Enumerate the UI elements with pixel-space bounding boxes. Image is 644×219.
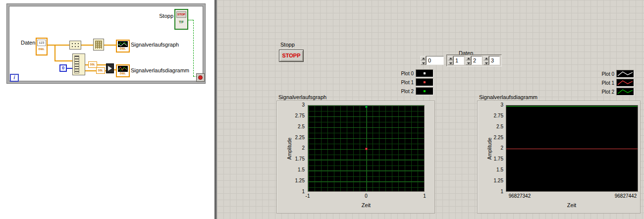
chart-y-tick: 1.75: [482, 157, 503, 162]
graph-y-tick: 1.75: [283, 157, 305, 162]
chart-x-axis-label: Zeit: [547, 202, 596, 208]
plot0-marker-icon: [424, 72, 426, 74]
spinner-down-icon[interactable]: [421, 60, 426, 65]
iteration-label: i: [14, 75, 15, 80]
graph-legend-sample-0[interactable]: [416, 69, 433, 77]
chart-legend-sample-1[interactable]: [616, 79, 634, 87]
element-1-spinner[interactable]: [466, 56, 471, 65]
iteration-terminal[interactable]: i: [10, 74, 19, 82]
node-glyph-icon: [71, 42, 80, 48]
graph-x-tick: -1: [300, 194, 315, 199]
mini-graph-icon: [118, 41, 128, 47]
stop-control-label: Stopp: [280, 42, 295, 48]
coercion-label: DBL: [98, 69, 103, 72]
array-index-field[interactable]: 0: [426, 56, 444, 65]
graph-x-tick: 1: [417, 194, 432, 199]
waveform-chart-terminal[interactable]: DBL: [116, 64, 130, 77]
graph-y-tick: 2: [283, 146, 305, 151]
graph-point-plot1: [365, 148, 368, 150]
coercion-label: DBL: [90, 63, 95, 66]
integer-wire: [67, 68, 72, 69]
element-1-value: 2: [473, 57, 476, 63]
chart-y-tick: 2.25: [482, 135, 503, 140]
chart-x-tick: 96827442: [612, 194, 640, 199]
spinner-up-icon[interactable]: [466, 56, 471, 60]
spinner-down-icon[interactable]: [483, 60, 489, 65]
graph-plot-area[interactable]: [308, 105, 425, 192]
element-0-spinner[interactable]: [448, 56, 453, 65]
chart-legend-label-2: Plot 2: [593, 88, 614, 96]
node-glyph-icon: [74, 55, 79, 73]
boolean-wire: [188, 20, 193, 20]
graph-title: Signalverlaufsgraph: [278, 94, 326, 101]
graph-y-tick: 2.25: [283, 135, 305, 140]
plot1-line-icon: [617, 79, 634, 86]
graph-legend-label-0: Plot 0: [393, 70, 414, 77]
graph-legend-sample-2[interactable]: [416, 87, 433, 95]
loop-condition-terminal[interactable]: [196, 73, 205, 82]
merge-signals-node[interactable]: [106, 63, 114, 73]
stop-terminal-label: Stopp: [155, 13, 173, 19]
element-1-field[interactable]: 2: [471, 56, 482, 65]
spinner-up-icon[interactable]: [483, 56, 489, 60]
waveform-graph-terminal[interactable]: DBL: [116, 40, 130, 53]
chart-line-plot1: [506, 149, 638, 149]
waveform-graph: Amplitude 3 2.75 2.5 2.25 2 1.75 1.5 1.2…: [276, 101, 435, 214]
graph-terminal-label: Signalverlaufsgraph: [131, 42, 179, 48]
element-0-value: 1: [455, 57, 458, 63]
waveform-chart: Amplitude 3 2.75 2.5 2.25 2 1.75 1.5 1.2…: [477, 101, 641, 214]
array-function-node[interactable]: [69, 41, 81, 50]
stop-button-text: STOPP: [282, 53, 300, 58]
spinner-up-icon[interactable]: [421, 56, 426, 60]
element-2-spinner[interactable]: [483, 56, 489, 65]
chart-y-tick: 2.5: [482, 124, 503, 129]
chart-legend-label-0: Plot 0: [593, 70, 614, 78]
build-waveform-node[interactable]: [93, 39, 104, 51]
constant-value: 0: [62, 65, 64, 70]
node-glyph-icon: [95, 41, 102, 49]
graph-legend-label-2: Plot 2: [393, 88, 414, 95]
graph-point-plot2: [365, 106, 368, 108]
stop-button[interactable]: STOPP: [279, 50, 304, 62]
chart-y-tick: 1.25: [482, 178, 503, 183]
element-2-field[interactable]: 3: [489, 56, 500, 65]
data-wire: [54, 46, 55, 61]
graph-y-tick: 1.25: [283, 178, 305, 183]
plot2-marker-icon: [424, 90, 426, 92]
chart-terminal-label: Signalverlaufsdiagramm: [131, 67, 189, 74]
chart-legend-sample-2[interactable]: [616, 88, 634, 96]
boolean-type-label: TF: [175, 18, 187, 27]
data-wire: [104, 45, 116, 46]
spinner-up-icon[interactable]: [448, 56, 453, 60]
spinner-down-icon[interactable]: [448, 60, 453, 65]
graph-x-tick: 0: [359, 194, 374, 199]
plot2-line-icon: [617, 88, 634, 95]
chart-y-tick: 2: [482, 146, 503, 151]
data-wire: [81, 45, 93, 46]
element-0-field[interactable]: 1: [453, 56, 464, 65]
chart-line-plot2: [506, 106, 638, 107]
array-index-value: 0: [428, 57, 431, 63]
daten-array-terminal[interactable]: 123 DBL: [36, 38, 48, 55]
graph-y-tick: 2.5: [283, 124, 305, 129]
graph-legend-label-1: Plot 1: [393, 79, 414, 86]
spinner-down-icon[interactable]: [466, 60, 471, 65]
graph-x-axis-label: Zeit: [341, 202, 391, 208]
numeric-constant[interactable]: 0: [59, 64, 67, 72]
dbl-type-label: DBL: [37, 46, 47, 53]
array-index-spinner[interactable]: [421, 56, 426, 65]
graph-legend-sample-1[interactable]: [416, 78, 433, 86]
index-array-node[interactable]: [72, 54, 85, 75]
stop-glyph-icon: STOP: [176, 11, 186, 18]
chart-legend-sample-0[interactable]: [616, 70, 634, 78]
chart-plot-area[interactable]: [506, 105, 638, 192]
stop-condition-icon: [198, 75, 203, 80]
graph-y-tick: 2.75: [283, 113, 305, 118]
stop-button-terminal[interactable]: STOP TF: [174, 9, 188, 30]
plot0-line-icon: [617, 70, 634, 77]
chart-y-tick: 2.75: [482, 113, 503, 118]
coercion-node[interactable]: DBL: [96, 67, 105, 74]
labview-workspace: Stopp STOP TF Daten 123 DBL DBL Signalve…: [0, 0, 644, 219]
dbl-type-label: DBL: [117, 47, 129, 51]
element-2-value: 3: [491, 57, 494, 63]
